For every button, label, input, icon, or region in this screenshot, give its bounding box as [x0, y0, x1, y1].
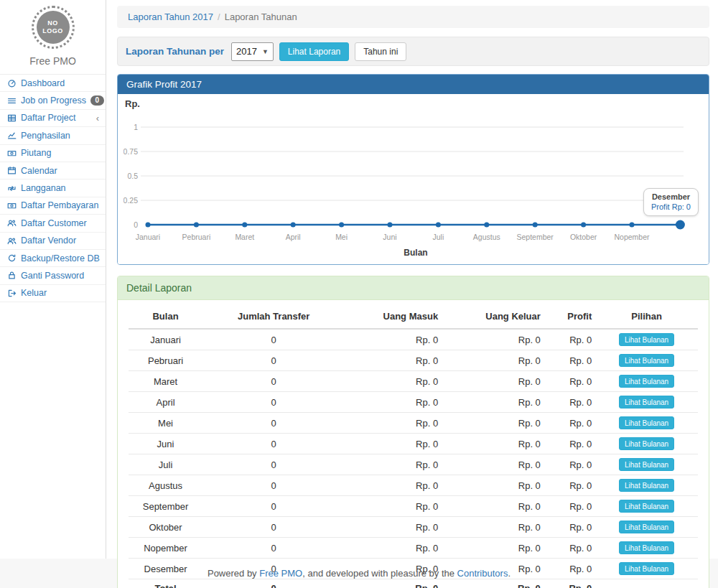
cell-profit: Rp. 0	[544, 559, 595, 579]
job-count-badge: 0	[90, 95, 104, 106]
lihat-bulanan-button-juni[interactable]: Lihat Bulanan	[619, 437, 674, 450]
y-tick-label: 1	[134, 123, 138, 131]
sidebar-item-dashboard[interactable]: Dashboard	[0, 75, 106, 92]
data-point-maret[interactable]	[242, 223, 247, 228]
no-logo-text: NO LOGO	[37, 11, 70, 44]
lihat-laporan-button[interactable]: Lihat Laporan	[279, 42, 349, 61]
lihat-bulanan-button-agustus[interactable]: Lihat Bulanan	[619, 479, 674, 492]
cell-month: Juni	[129, 434, 202, 454]
sidebar-item-daftar-customer[interactable]: Daftar Customer	[0, 215, 106, 232]
cell-transfer: 0	[202, 329, 345, 350]
profit-line-chart[interactable]: Rp.10.750.50.250JanuariPebruariMaretApri…	[123, 95, 704, 263]
sidebar-item-calendar[interactable]: Calendar	[0, 162, 106, 179]
lihat-bulanan-button-april[interactable]: Lihat Bulanan	[619, 396, 674, 409]
cell-month: April	[129, 392, 202, 413]
sidebar-item-daftar-project[interactable]: Daftar Project‹	[0, 110, 106, 127]
year-select-value: 2017	[236, 46, 257, 57]
column-header-pilihan: Pilihan	[595, 304, 698, 329]
year-select[interactable]: 2017 ▼	[231, 42, 274, 61]
table-row-januari: Januari0Rp. 0Rp. 0Rp. 0Lihat Bulanan	[129, 329, 698, 350]
x-tick-label: September	[517, 233, 554, 241]
table-row-mei: Mei0Rp. 0Rp. 0Rp. 0Lihat Bulanan	[129, 413, 698, 434]
logo-box: NO LOGO Free PMO	[0, 0, 106, 75]
cell-month: Pebruari	[129, 350, 202, 371]
cell-month: September	[129, 496, 202, 517]
lihat-bulanan-button-pebruari[interactable]: Lihat Bulanan	[619, 354, 674, 367]
data-point-nopember[interactable]	[630, 223, 635, 228]
caret-down-icon: ▼	[262, 48, 269, 55]
refresh-icon	[6, 253, 17, 263]
cell-keluar: Rp. 0	[442, 329, 544, 350]
lock-icon	[6, 271, 17, 280]
sidebar-item-ganti-password[interactable]: Ganti Password	[0, 267, 106, 284]
breadcrumb-link-laporan-tahun[interactable]: Laporan Tahun 2017	[128, 11, 213, 22]
cell-transfer: 0	[202, 434, 345, 454]
app-layout: NO LOGO Free PMO DashboardJob on Progres…	[0, 0, 718, 559]
detail-laporan-panel: Detail Laporan BulanJumlah TransferUang …	[117, 276, 709, 588]
x-tick-label: Oktober	[570, 233, 597, 241]
lihat-bulanan-button-juli[interactable]: Lihat Bulanan	[619, 458, 674, 471]
lihat-bulanan-button-nopember[interactable]: Lihat Bulanan	[619, 541, 674, 554]
data-point-mei[interactable]	[339, 223, 344, 228]
data-point-januari[interactable]	[146, 223, 151, 228]
profit-chart-panel: Grafik Profit 2017 Rp.10.750.50.250Janua…	[117, 74, 709, 265]
cell-month: Mei	[129, 413, 202, 434]
cell-masuk: Rp. 0	[345, 475, 442, 496]
sidebar-item-piutang[interactable]: Piutang	[0, 145, 106, 162]
cell-profit: Rp. 0	[544, 371, 595, 392]
sidebar: NO LOGO Free PMO DashboardJob on Progres…	[0, 0, 106, 559]
lihat-bulanan-button-maret[interactable]: Lihat Bulanan	[619, 375, 674, 388]
table-row-april: April0Rp. 0Rp. 0Rp. 0Lihat Bulanan	[129, 392, 698, 413]
sidebar-item-daftar-vendor[interactable]: Daftar Vendor	[0, 233, 106, 250]
data-point-pebruari[interactable]	[194, 223, 199, 228]
sidebar-item-daftar-pembayaran[interactable]: Daftar Pembayaran	[0, 197, 106, 215]
cell-transfer: 0	[202, 475, 345, 496]
table-row-pebruari: Pebruari0Rp. 0Rp. 0Rp. 0Lihat Bulanan	[129, 350, 698, 371]
column-header-jumlah-transfer: Jumlah Transfer	[202, 304, 345, 329]
sidebar-item-langganan[interactable]: Langganan	[0, 179, 106, 197]
cell-transfer: 0	[202, 392, 345, 413]
cell-transfer: 0	[202, 517, 345, 538]
y-tick-label: 0	[134, 220, 138, 229]
lihat-bulanan-button-desember[interactable]: Lihat Bulanan	[619, 562, 674, 575]
data-point-april[interactable]	[291, 223, 296, 228]
lihat-bulanan-button-september[interactable]: Lihat Bulanan	[619, 500, 674, 513]
cell-month: Oktober	[129, 517, 202, 538]
footer-text-prefix: Powered by	[208, 568, 259, 579]
data-point-juli[interactable]	[436, 223, 441, 228]
sidebar-item-keluar[interactable]: Keluar	[0, 285, 106, 302]
cell-pilihan: Lihat Bulanan	[595, 454, 698, 475]
cell-masuk: Rp. 0	[345, 517, 442, 538]
sidebar-item-backup-restore-db[interactable]: Backup/Restore DB	[0, 250, 106, 267]
retweet-icon	[6, 184, 17, 193]
money-icon	[6, 149, 17, 158]
lihat-bulanan-button-januari[interactable]: Lihat Bulanan	[619, 333, 674, 346]
sidebar-item-penghasilan[interactable]: Penghasilan	[0, 127, 106, 144]
data-point-agustus[interactable]	[484, 223, 489, 228]
chevron-left-icon: ‹	[96, 113, 99, 123]
x-tick-label: Juni	[383, 233, 396, 241]
cell-keluar: Rp. 0	[442, 496, 544, 517]
cell-masuk: Rp. 0	[345, 350, 442, 371]
detail-laporan-title: Detail Laporan	[118, 276, 709, 300]
footer-link-contributors[interactable]: Contributors	[457, 568, 508, 579]
data-point-juni[interactable]	[388, 223, 393, 228]
detail-laporan-table-wrap: BulanJumlah TransferUang MasukUang Kelua…	[118, 300, 709, 588]
cell-profit: Rp. 0	[544, 517, 595, 538]
cell-masuk: Rp. 0	[345, 413, 442, 434]
sidebar-item-job-on-progress[interactable]: Job on Progress0	[0, 92, 106, 109]
table-row-oktober: Oktober0Rp. 0Rp. 0Rp. 0Lihat Bulanan	[129, 517, 698, 538]
data-point-desember[interactable]	[676, 220, 685, 230]
calendar-icon	[6, 166, 17, 175]
data-point-september[interactable]	[533, 223, 538, 228]
data-point-oktober[interactable]	[581, 223, 586, 228]
cell-month: Nopember	[129, 538, 202, 559]
cell-keluar: Rp. 0	[442, 392, 544, 413]
lihat-bulanan-button-mei[interactable]: Lihat Bulanan	[619, 416, 674, 429]
cell-transfer: 0	[202, 496, 345, 517]
footer-link-freepmo[interactable]: Free PMO	[259, 568, 302, 579]
cell-pilihan: Lihat Bulanan	[595, 350, 698, 371]
users-icon	[6, 218, 17, 228]
tahun-ini-button[interactable]: Tahun ini	[355, 42, 406, 61]
lihat-bulanan-button-oktober[interactable]: Lihat Bulanan	[619, 521, 674, 533]
